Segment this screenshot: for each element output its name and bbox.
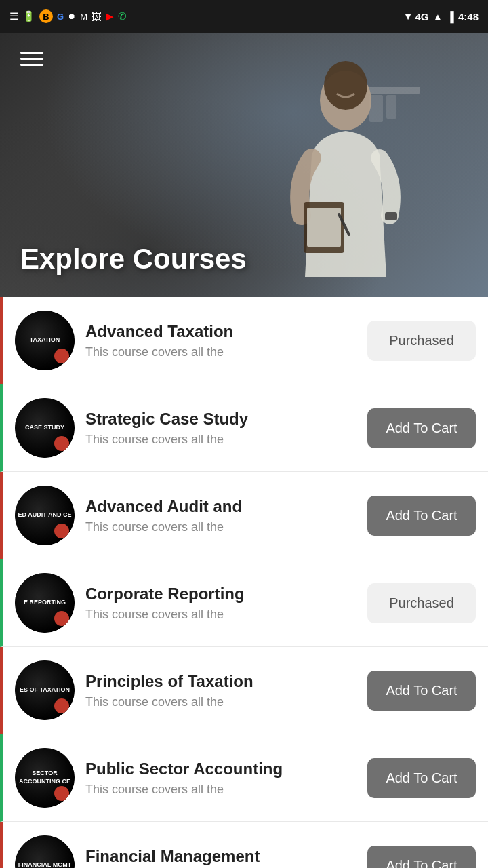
course-info: Public Sector AccountingThis course cove… xyxy=(85,760,357,797)
course-thumb-label: FINANCIAL MGMT xyxy=(15,835,75,868)
course-description: This course covers all the xyxy=(85,520,357,534)
signal-icon: ▲ xyxy=(432,11,443,22)
course-action: Add To Cart xyxy=(367,496,476,536)
course-action: Add To Cart xyxy=(367,408,476,448)
menu-line-1 xyxy=(20,52,43,54)
thumb-accent-dot xyxy=(54,786,69,801)
network-label: 4G xyxy=(415,11,428,22)
add-to-cart-button[interactable]: Add To Cart xyxy=(367,758,476,798)
svg-point-7 xyxy=(324,61,367,110)
list-item: SECTOR ACCOUNTING CEPublic Sector Accoun… xyxy=(0,734,488,822)
course-name: Advanced Audit and xyxy=(85,497,357,516)
wifi-icon: ▾ xyxy=(405,10,411,22)
course-name: Advanced Taxation xyxy=(85,322,357,341)
menu-button[interactable] xyxy=(20,52,43,66)
list-icon: ☰ xyxy=(9,10,18,22)
thumb-accent-dot xyxy=(54,436,69,451)
youtube-icon: ▶ xyxy=(106,10,114,22)
course-description: This course covers all the xyxy=(85,345,357,359)
svg-rect-2 xyxy=(386,95,396,119)
list-item: ED AUDIT AND CEAdvanced Audit andThis co… xyxy=(0,472,488,559)
list-item: TAXATIONAdvanced TaxationThis course cov… xyxy=(0,297,488,384)
course-action: Add To Cart xyxy=(367,846,476,869)
course-thumbnail: E REPORTING xyxy=(15,573,75,633)
course-thumbnail: TAXATION xyxy=(15,311,75,370)
course-thumbnail: CASE STUDY xyxy=(15,398,75,458)
b-icon: B xyxy=(39,9,53,23)
course-thumbnail: SECTOR ACCOUNTING CE xyxy=(15,748,75,808)
course-description: This course covers all the xyxy=(85,783,357,797)
gmail-icon: M xyxy=(80,12,87,22)
thumb-accent-dot xyxy=(54,611,69,626)
record-icon: ⏺ xyxy=(68,12,76,21)
hero-section: Explore Courses xyxy=(0,33,488,297)
course-info: Strategic Case StudyThis course covers a… xyxy=(85,410,357,447)
list-item: CASE STUDYStrategic Case StudyThis cours… xyxy=(0,384,488,472)
thumb-accent-dot xyxy=(54,524,69,538)
course-info: Advanced TaxationThis course covers all … xyxy=(85,322,357,359)
gallery-icon: 🖼 xyxy=(92,11,102,22)
course-name: Principles of Taxation xyxy=(85,672,357,691)
course-thumbnail: ES OF TAXATION xyxy=(15,660,75,720)
battery-low-icon: 🔋 xyxy=(22,10,35,22)
purchased-button: Purchased xyxy=(367,321,476,361)
course-action: Purchased xyxy=(367,321,476,361)
course-name: Financial Management xyxy=(85,847,357,866)
battery-icon: ▐ xyxy=(447,11,454,22)
hero-person-image xyxy=(244,46,434,277)
thumb-accent-dot xyxy=(54,698,69,713)
add-to-cart-button[interactable]: Add To Cart xyxy=(367,671,476,711)
menu-line-2 xyxy=(20,58,43,60)
course-action: Add To Cart xyxy=(367,671,476,711)
menu-line-3 xyxy=(20,64,43,66)
svg-rect-1 xyxy=(369,95,383,122)
list-item: E REPORTINGCorporate ReportingThis cours… xyxy=(0,559,488,647)
status-bar-right: ▾ 4G ▲ ▐ 4:48 xyxy=(405,10,479,22)
course-info: Financial ManagementThis course covers a… xyxy=(85,847,357,869)
course-name: Corporate Reporting xyxy=(85,585,357,604)
course-name: Public Sector Accounting xyxy=(85,760,357,778)
status-bar-left: ☰ 🔋 B G ⏺ M 🖼 ▶ ✆ xyxy=(9,9,127,23)
course-list: TAXATIONAdvanced TaxationThis course cov… xyxy=(0,297,488,868)
course-name: Strategic Case Study xyxy=(85,410,357,429)
course-action: Add To Cart xyxy=(367,758,476,798)
add-to-cart-button[interactable]: Add To Cart xyxy=(367,496,476,536)
course-info: Corporate ReportingThis course covers al… xyxy=(85,585,357,622)
svg-rect-0 xyxy=(366,87,420,94)
course-thumbnail: ED AUDIT AND CE xyxy=(15,486,75,545)
course-description: This course covers all the xyxy=(85,608,357,622)
status-bar: ☰ 🔋 B G ⏺ M 🖼 ▶ ✆ ▾ 4G ▲ ▐ 4:48 xyxy=(0,0,488,33)
course-info: Advanced Audit andThis course covers all… xyxy=(85,497,357,534)
add-to-cart-button[interactable]: Add To Cart xyxy=(367,846,476,869)
course-info: Principles of TaxationThis course covers… xyxy=(85,672,357,709)
thumb-accent-dot xyxy=(54,349,69,363)
page-title: Explore Courses xyxy=(20,243,247,275)
list-item: ES OF TAXATIONPrinciples of TaxationThis… xyxy=(0,647,488,734)
list-item: FINANCIAL MGMTFinancial ManagementThis c… xyxy=(0,822,488,868)
svg-rect-8 xyxy=(385,212,397,220)
course-description: This course covers all the xyxy=(85,433,357,447)
whatsapp-icon: ✆ xyxy=(118,10,127,22)
svg-rect-5 xyxy=(307,208,341,247)
add-to-cart-button[interactable]: Add To Cart xyxy=(367,408,476,448)
time-label: 4:48 xyxy=(458,11,479,22)
purchased-button: Purchased xyxy=(367,583,476,623)
g-icon: G xyxy=(57,12,64,22)
course-thumbnail: FINANCIAL MGMT xyxy=(15,835,75,868)
course-description: This course covers all the xyxy=(85,695,357,709)
course-action: Purchased xyxy=(367,583,476,623)
